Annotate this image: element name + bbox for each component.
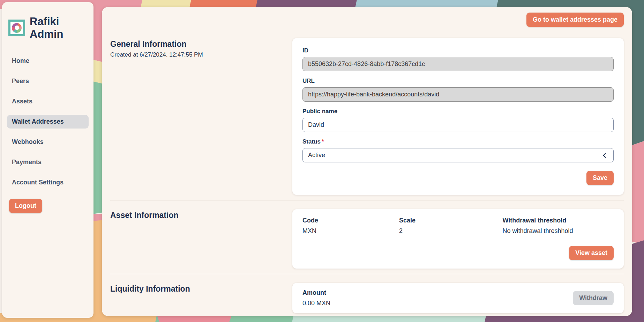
liquidity-amount-block: Amount 0.00 MXN (302, 289, 330, 307)
public-name-label: Public name (302, 108, 614, 115)
asset-actions: View asset (302, 246, 614, 260)
sidebar-item-wallet-addresses[interactable]: Wallet Addresses (7, 115, 89, 129)
required-asterisk: * (322, 138, 324, 145)
status-selected-value: Active (308, 152, 325, 159)
chevron-left-icon (601, 152, 608, 159)
section-divider (110, 274, 624, 274)
url-label: URL (302, 78, 614, 85)
rafiki-logo-icon (8, 20, 25, 36)
sidebar: Rafiki Admin Home Peers Assets Wallet Ad… (2, 2, 93, 318)
asset-threshold-column: Withdrawal threshold No withdrawal thres… (502, 217, 614, 235)
liquidity-amount-label: Amount (302, 289, 330, 297)
main-panel: Go to wallet addresses page General Info… (102, 7, 632, 316)
brand: Rafiki Admin (2, 15, 93, 40)
sidebar-item-account-settings[interactable]: Account Settings (7, 176, 89, 189)
section-title-liquidity: Liquidity Information (110, 283, 292, 294)
sidebar-nav: Home Peers Assets Wallet Addresses Webho… (2, 54, 93, 189)
asset-code-label: Code (302, 217, 399, 224)
public-name-field: Public name (302, 108, 614, 132)
topbar: Go to wallet addresses page (110, 13, 624, 27)
id-label: ID (302, 47, 614, 54)
status-label: Status* (302, 138, 614, 145)
sidebar-item-webhooks[interactable]: Webhooks (7, 135, 89, 149)
form-actions: Save (302, 171, 614, 185)
asset-information-section: Asset Information Code MXN Scale 2 Withd… (110, 209, 624, 269)
asset-information-heading: Asset Information (110, 209, 292, 220)
section-title-general: General Information (110, 38, 292, 49)
asset-information-card: Code MXN Scale 2 Withdrawal threshold No… (292, 209, 624, 269)
asset-scale-value: 2 (399, 227, 502, 235)
general-information-heading: General Information Created at 6/27/2024… (110, 38, 292, 58)
view-asset-button[interactable]: View asset (569, 246, 614, 260)
asset-threshold-label: Withdrawal threshold (502, 217, 614, 224)
go-to-wallet-addresses-button[interactable]: Go to wallet addresses page (526, 13, 624, 27)
logout-button[interactable]: Logout (9, 199, 42, 213)
url-field: URL (302, 78, 614, 102)
created-at-text: Created at 6/27/2024, 12:47:55 PM (110, 51, 292, 58)
liquidity-information-card: Amount 0.00 MXN Withdraw (292, 283, 624, 313)
asset-code-value: MXN (302, 227, 399, 235)
id-field: ID (302, 47, 614, 71)
withdraw-button: Withdraw (573, 291, 614, 305)
liquidity-information-heading: Liquidity Information (110, 283, 292, 294)
asset-scale-label: Scale (399, 217, 502, 224)
app-title: Rafiki Admin (30, 15, 88, 40)
section-divider (110, 200, 624, 200)
save-button[interactable]: Save (586, 171, 614, 185)
status-select[interactable]: Active (302, 148, 614, 162)
liquidity-amount-value: 0.00 MXN (302, 300, 330, 307)
id-input (302, 57, 614, 71)
asset-code-column: Code MXN (302, 217, 399, 235)
section-title-asset: Asset Information (110, 209, 292, 220)
sidebar-item-peers[interactable]: Peers (7, 74, 89, 88)
sidebar-item-assets[interactable]: Assets (7, 95, 89, 108)
status-field: Status* Active (302, 138, 614, 162)
asset-columns: Code MXN Scale 2 Withdrawal threshold No… (302, 217, 614, 235)
general-information-section: General Information Created at 6/27/2024… (110, 38, 624, 195)
asset-scale-column: Scale 2 (399, 217, 502, 235)
general-information-card: ID URL Public name Status* Active (292, 38, 624, 195)
asset-threshold-value: No withdrawal threshhold (502, 227, 614, 235)
public-name-input[interactable] (302, 118, 614, 132)
sidebar-item-home[interactable]: Home (7, 54, 89, 68)
url-input (302, 87, 614, 102)
liquidity-information-section: Liquidity Information Amount 0.00 MXN Wi… (110, 283, 624, 313)
sidebar-item-payments[interactable]: Payments (7, 155, 89, 169)
